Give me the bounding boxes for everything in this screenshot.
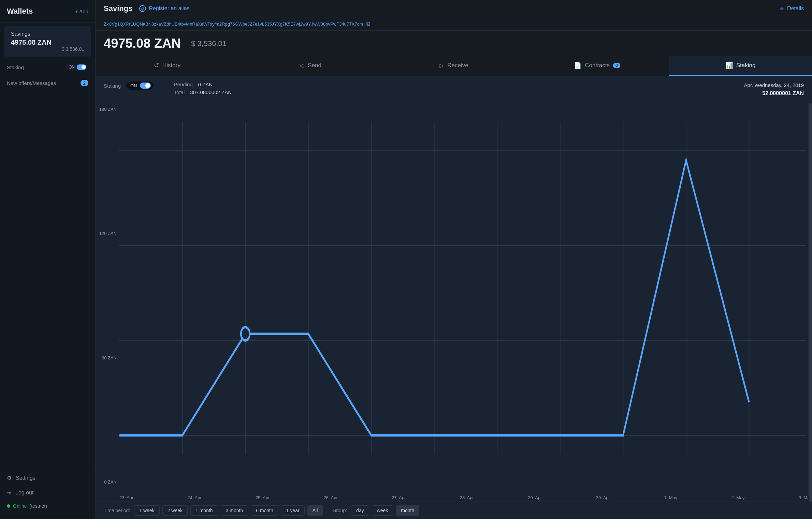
sidebar-title: Wallets bbox=[7, 7, 33, 16]
sidebar-bottom: ⚙ Settings ⇥ Log out Online (testnet) bbox=[0, 467, 95, 512]
pending-value: 0 ZAN bbox=[198, 81, 213, 87]
toggle-on-label: ON bbox=[69, 65, 75, 70]
group-day-button[interactable]: day bbox=[351, 505, 369, 516]
staking-main-toggle[interactable]: ON bbox=[126, 81, 154, 90]
sidebar: Wallets + Add Savings 4975.08 ZAN $ 3,53… bbox=[0, 0, 96, 519]
x-label-25apr: 25. Apr bbox=[256, 495, 270, 500]
x-label-30apr: 30. Apr bbox=[596, 495, 610, 500]
y-label-0: 0 ZAN bbox=[99, 479, 117, 485]
staking-chart bbox=[119, 103, 812, 502]
period-2week-button[interactable]: 2 week bbox=[162, 505, 188, 516]
sidebar-header: Wallets + Add bbox=[0, 7, 95, 23]
new-offers-badge: 2 bbox=[81, 80, 88, 86]
main-balance-zan: 4975.08 ZAN bbox=[104, 36, 181, 51]
receive-icon: ▷ bbox=[439, 62, 444, 69]
pencil-icon: ✏ bbox=[780, 5, 784, 12]
period-all-button[interactable]: All bbox=[307, 505, 323, 516]
staking-toggle-label: ON bbox=[130, 83, 137, 88]
x-label-29apr: 29. Apr bbox=[528, 495, 542, 500]
details-label: Details bbox=[787, 5, 804, 12]
online-dot bbox=[7, 504, 10, 508]
settings-item[interactable]: ⚙ Settings bbox=[0, 471, 95, 485]
x-axis-labels: 23. Apr 24. Apr 25. Apr 26. Apr 27. Apr … bbox=[119, 495, 812, 500]
staking-info-row: Staking ON Pending 0 ZAN Total 307.08000… bbox=[96, 76, 812, 103]
tab-send[interactable]: ◁ Send bbox=[239, 56, 382, 76]
history-icon: ↺ bbox=[154, 62, 159, 69]
wallet-balance-zan: 4975.08 ZAN bbox=[11, 39, 52, 46]
y-label-180: 180 ZAN bbox=[99, 107, 117, 112]
staking-toggle[interactable]: ON bbox=[65, 63, 88, 71]
staking-toggle-knob bbox=[140, 83, 151, 89]
tab-staking[interactable]: 📊 Staking bbox=[669, 56, 812, 76]
tab-receive-label: Receive bbox=[447, 62, 468, 69]
period-label: Time period: bbox=[104, 508, 130, 513]
main-balance-usd: $ 3,536.01 bbox=[191, 39, 227, 48]
settings-label: Settings bbox=[16, 475, 35, 481]
address-bar: ZxCVg1QXPr1UQNaBN3zkaVZdhUB4tbvMhRaXeWTo… bbox=[96, 17, 812, 31]
x-label-2may: 2. May bbox=[731, 495, 745, 500]
x-label-23apr: 23. Apr bbox=[119, 495, 133, 500]
tab-receive[interactable]: ▷ Receive bbox=[382, 56, 525, 76]
total-field: Total 307.0800002 ZAN bbox=[174, 89, 232, 95]
wallet-balance-usd: $ 3,536.01 bbox=[11, 46, 84, 52]
group-week-button[interactable]: week bbox=[372, 505, 393, 516]
staking-label: Staking bbox=[7, 64, 24, 70]
add-wallet-button[interactable]: + Add bbox=[75, 9, 88, 14]
group-label: Group: bbox=[332, 508, 347, 513]
new-offers-label: New offers/Messages bbox=[7, 80, 56, 86]
wallet-address: ZxCVg1QXPr1UQNaBN3zkaVZdhUB4tbvMhRaXeWTo… bbox=[104, 21, 363, 27]
details-button[interactable]: ✏ Details bbox=[780, 5, 804, 12]
staking-chart-icon: 📊 bbox=[725, 62, 733, 69]
page-title: Savings bbox=[104, 4, 132, 13]
balance-section: 4975.08 ZAN $ 3,536.01 bbox=[96, 31, 812, 56]
logout-item[interactable]: ⇥ Log out bbox=[0, 485, 95, 500]
main-panel: Savings @ Register an alias ✏ Details Zx… bbox=[96, 0, 812, 519]
online-label: Online bbox=[13, 503, 27, 509]
period-6month-button[interactable]: 6 month bbox=[251, 505, 278, 516]
tab-history-label: History bbox=[162, 62, 180, 69]
period-3month-button[interactable]: 3 month bbox=[221, 505, 248, 516]
group-month-button[interactable]: month bbox=[396, 505, 419, 516]
y-label-60: 60 ZAN bbox=[99, 355, 117, 360]
alias-icon: @ bbox=[139, 5, 146, 12]
tab-contracts[interactable]: 📄 Contracts 0 bbox=[525, 56, 669, 76]
online-status: Online (testnet) bbox=[0, 500, 95, 512]
gear-icon: ⚙ bbox=[7, 475, 12, 481]
pending-field: Pending 0 ZAN bbox=[174, 81, 232, 87]
new-offers-row: New offers/Messages 2 bbox=[0, 76, 95, 90]
x-label-24apr: 24. Apr bbox=[188, 495, 202, 500]
y-label-120: 120 ZAN bbox=[99, 231, 117, 236]
contracts-badge: 0 bbox=[613, 63, 620, 68]
hover-date-value: 52.0000001 ZAN bbox=[744, 89, 804, 98]
chart-scrollbar[interactable] bbox=[809, 103, 812, 502]
period-1year-button[interactable]: 1 year bbox=[281, 505, 305, 516]
x-label-26apr: 26. Apr bbox=[324, 495, 338, 500]
chart-inner: 23. Apr 24. Apr 25. Apr 26. Apr 27. Apr … bbox=[119, 103, 812, 502]
period-1week-button[interactable]: 1 week bbox=[134, 505, 159, 516]
copy-icon[interactable]: ⧉ bbox=[366, 21, 370, 27]
pending-label: Pending bbox=[174, 81, 193, 87]
register-alias-button[interactable]: @ Register an alias bbox=[139, 5, 189, 12]
staking-field-label: Staking bbox=[104, 83, 121, 89]
chart-container: 0 ZAN 60 ZAN 120 ZAN 180 ZAN bbox=[96, 103, 812, 502]
hover-date-text: Apr. Wednesday, 24, 2019 bbox=[744, 81, 804, 89]
period-1month-button[interactable]: 1 month bbox=[190, 505, 218, 516]
logout-icon: ⇥ bbox=[7, 489, 11, 496]
staking-toggle-field: Staking ON bbox=[104, 81, 154, 90]
topbar: Savings @ Register an alias ✏ Details bbox=[96, 0, 812, 17]
tab-staking-label: Staking bbox=[736, 62, 756, 69]
tab-contracts-label: Contracts bbox=[585, 62, 610, 69]
logout-label: Log out bbox=[15, 490, 33, 496]
send-icon: ◁ bbox=[300, 62, 304, 69]
register-alias-label: Register an alias bbox=[149, 5, 189, 12]
contracts-icon: 📄 bbox=[574, 62, 581, 69]
network-label: (testnet) bbox=[29, 503, 47, 509]
toggle-knob bbox=[77, 64, 86, 70]
total-value: 307.0800002 ZAN bbox=[190, 89, 232, 95]
wallet-item-savings[interactable]: Savings 4975.08 ZAN $ 3,536.01 bbox=[4, 26, 91, 57]
hover-date-panel: Apr. Wednesday, 24, 2019 52.0000001 ZAN bbox=[744, 81, 804, 98]
x-label-28apr: 28. Apr bbox=[460, 495, 474, 500]
wallet-name: Savings bbox=[11, 31, 84, 37]
tab-history[interactable]: ↺ History bbox=[96, 56, 239, 76]
chart-hover-point bbox=[241, 327, 250, 340]
